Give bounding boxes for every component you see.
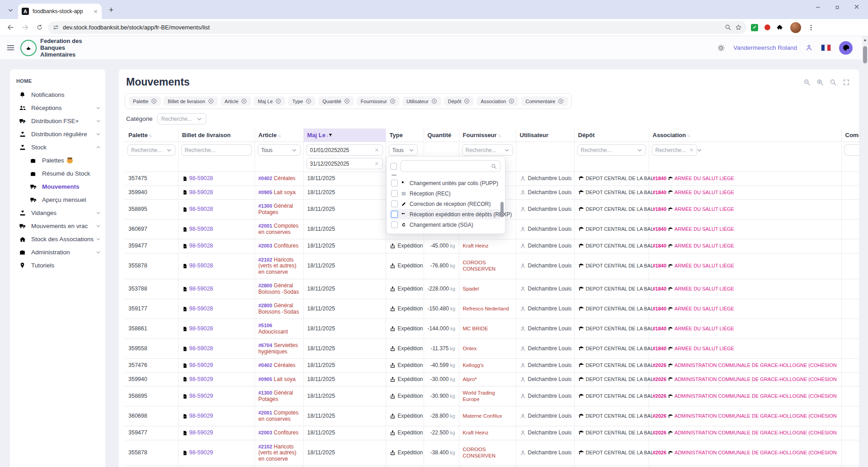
filter-chip[interactable]: Billet de livraison: [164, 96, 218, 106]
table-row[interactable]: 359940 98-59029 #0905 Lait soya 18/11/20…: [125, 372, 859, 386]
adblock-extension-icon[interactable]: ✓: [751, 24, 758, 31]
theme-palette-button[interactable]: [839, 41, 853, 55]
remove-chip-icon[interactable]: [241, 98, 247, 104]
url-text[interactable]: dev.stock.foodbanksit.be/stock/app/fr-BE…: [63, 24, 721, 31]
sidebar-item-tutoriels[interactable]: Tutoriels: [10, 259, 105, 272]
remove-chip-icon[interactable]: [275, 98, 281, 104]
filter-chip[interactable]: Quantité: [318, 96, 354, 106]
remove-chip-icon[interactable]: [464, 98, 470, 104]
address-field[interactable]: dev.stock.foodbanksit.be/stock/app/fr-BE…: [48, 21, 746, 34]
billet-link[interactable]: 98-59028: [182, 190, 251, 196]
tab-close-icon[interactable]: [93, 9, 98, 14]
billet-link[interactable]: 98-59029: [182, 430, 251, 436]
col-maj-le[interactable]: Maj Le↓: [303, 129, 386, 142]
sort-icon[interactable]: ↑↓: [278, 133, 280, 138]
col-quantite[interactable]: Quantité: [424, 129, 459, 142]
billet-link[interactable]: 98-59029: [182, 393, 251, 400]
col-type[interactable]: Type: [386, 129, 424, 142]
checkbox[interactable]: [391, 180, 398, 186]
clear-icon[interactable]: [689, 148, 694, 152]
remove-chip-icon[interactable]: [208, 98, 214, 104]
col-association[interactable]: Association↑↓: [649, 129, 841, 142]
remove-chip-icon[interactable]: [306, 98, 311, 104]
remove-chip-icon[interactable]: [431, 98, 437, 104]
filter-chip[interactable]: Dépôt: [444, 96, 474, 106]
dropdown-option-sga[interactable]: Changement article (SGA): [390, 219, 500, 230]
sidebar-item-receptions[interactable]: Réceptions: [10, 101, 105, 114]
table-row[interactable]: 359177 98-59028 #2800 Général Boissons -…: [125, 299, 859, 319]
tab-search-button[interactable]: [5, 4, 16, 16]
billet-filter-input[interactable]: Recherche...: [181, 144, 252, 156]
checkbox-focused[interactable]: [391, 211, 398, 218]
remove-chip-icon[interactable]: [344, 98, 350, 104]
sort-icon[interactable]: ↑↓: [149, 133, 151, 138]
search-icon[interactable]: [830, 79, 837, 86]
billet-link[interactable]: 98-59029: [182, 362, 251, 369]
dropdown-option-pupp[interactable]: Changement unités par colis (PUPP): [390, 178, 500, 188]
filter-chip[interactable]: Fournisseur: [357, 96, 400, 106]
table-row[interactable]: 359477 98-59028 #2003 Confitures 18/11/2…: [125, 239, 859, 253]
table-row[interactable]: 355878 98-59029 #2102 Haricots (verts et…: [125, 440, 859, 466]
hamburger-menu-icon[interactable]: [6, 43, 15, 52]
bookmark-star-icon[interactable]: [735, 24, 742, 31]
sidebar-item-mouvements[interactable]: Mouvements: [10, 180, 105, 193]
dropdown-option-recor[interactable]: Correction de réception (RECOR): [390, 199, 500, 209]
checkbox[interactable]: [391, 200, 398, 207]
billet-link[interactable]: 98-59028: [182, 263, 251, 269]
filter-chip[interactable]: Article: [221, 96, 251, 106]
palette-filter-select[interactable]: Recherche...: [127, 144, 175, 156]
date-from-input[interactable]: 01/01/20252025: [307, 144, 383, 156]
forward-icon[interactable]: [19, 22, 31, 33]
browser-menu-icon[interactable]: [807, 24, 815, 31]
checkbox[interactable]: [391, 221, 398, 228]
remove-chip-icon[interactable]: [558, 98, 564, 104]
remove-chip-icon[interactable]: [509, 98, 514, 104]
french-flag-icon[interactable]: [821, 44, 831, 51]
billet-link[interactable]: 98-59028: [182, 206, 251, 213]
sort-icon[interactable]: ↑↓: [687, 133, 689, 138]
billet-link[interactable]: 98-59028: [182, 346, 251, 352]
dropdown-option-rec[interactable]: Réception (REC): [390, 188, 500, 199]
filter-chip[interactable]: Palette: [129, 96, 161, 106]
dropdown-scrollbar-thumb[interactable]: [500, 202, 504, 217]
sort-icon[interactable]: ↑↓: [498, 133, 500, 138]
select-all-checkbox[interactable]: [390, 163, 397, 170]
dropdown-search-input[interactable]: [401, 160, 500, 172]
billet-link[interactable]: 98-59028: [182, 286, 251, 292]
col-article[interactable]: Article↑↓: [255, 129, 303, 142]
type-filter-select[interactable]: Tous: [389, 144, 418, 156]
sidebar-item-mouvements-en-vrac[interactable]: Mouvements en vrac: [10, 219, 105, 233]
filter-chip[interactable]: Type: [288, 96, 316, 106]
expand-icon[interactable]: [843, 79, 850, 86]
category-select[interactable]: Recherche...: [157, 113, 206, 124]
minimize-icon[interactable]: [815, 4, 821, 12]
sidebar-item-stock-des-associations[interactable]: Stock des Associations: [10, 233, 105, 246]
col-fournisseur[interactable]: Fournisseur↑↓: [459, 129, 516, 142]
new-tab-button[interactable]: +: [105, 4, 117, 16]
article-filter-select[interactable]: Tous: [258, 144, 301, 156]
extensions-puzzle-icon[interactable]: [777, 24, 784, 31]
billet-link[interactable]: 98-59029: [182, 450, 251, 456]
sidebar-item-vidanges[interactable]: Vidanges: [10, 206, 105, 219]
sidebar-item-distribution-reguliere[interactable]: Distribution régulière: [10, 128, 105, 141]
browser-tab[interactable]: A foodbanks-stock-app: [18, 4, 102, 19]
remove-chip-icon[interactable]: [151, 98, 157, 104]
fournisseur-filter-select[interactable]: Recherche...: [462, 144, 513, 156]
col-utilisateur[interactable]: Utilisateur: [516, 129, 574, 142]
billet-link[interactable]: 98-59028: [182, 306, 251, 312]
zoom-out-icon[interactable]: [803, 79, 811, 86]
table-row[interactable]: 359477 98-59029 #2003 Confitures 18/11/2…: [125, 426, 859, 440]
col-billet[interactable]: Billet de livraison: [178, 129, 255, 142]
clear-icon[interactable]: [374, 161, 379, 166]
theme-toggle-icon[interactable]: [717, 44, 725, 52]
sidebar-item-palettes[interactable]: Palettes: [10, 154, 105, 167]
user-name[interactable]: Vandermeersch Roland: [733, 44, 797, 51]
billet-link[interactable]: 98-59028: [182, 326, 251, 332]
billet-link[interactable]: 98-59028: [182, 243, 251, 249]
date-to-input[interactable]: 31/12/20252025: [307, 158, 383, 169]
profile-avatar[interactable]: [790, 22, 801, 33]
scrollbar-thumb[interactable]: [863, 46, 867, 63]
scroll-up-arrow[interactable]: ▲: [862, 38, 868, 42]
back-icon[interactable]: [5, 22, 16, 33]
recording-extension-icon[interactable]: [764, 24, 770, 30]
